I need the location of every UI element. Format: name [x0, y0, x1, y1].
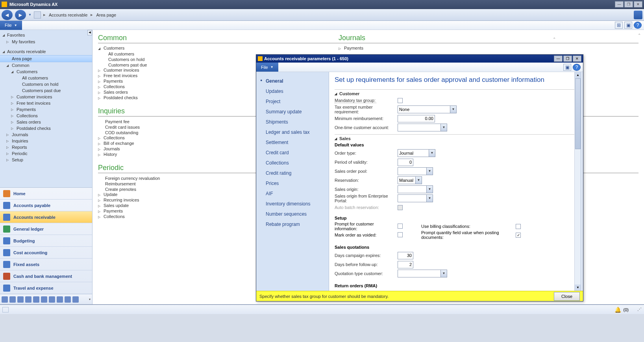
nav-rebate[interactable]: Rebate program	[256, 219, 329, 229]
inq-journals-link[interactable]: Journals	[104, 146, 120, 152]
customers-hold-item[interactable]: Customers on hold	[0, 81, 92, 87]
journals-item[interactable]: ▷Journals	[0, 131, 92, 138]
customers-pastdue-item[interactable]: Customers past due	[0, 87, 92, 94]
freetext-invoices-item[interactable]: ▷Free text invoices	[0, 100, 92, 106]
markvoid-checkbox[interactable]	[398, 232, 403, 237]
nav-shipments[interactable]: Shipments	[256, 117, 329, 127]
module-ar[interactable]: Accounts receivable	[0, 211, 92, 223]
salesorders-link[interactable]: Sales orders	[104, 89, 128, 95]
update-link[interactable]: Update	[104, 192, 117, 197]
followup-input[interactable]	[398, 261, 413, 268]
ordertype-select[interactable]: Journal▼	[398, 149, 435, 157]
small-module-icon[interactable]	[57, 296, 63, 303]
setup-item[interactable]: ▷Setup	[0, 157, 92, 163]
boe-link[interactable]: Bill of exchange	[104, 140, 134, 146]
module-home[interactable]: Home	[0, 188, 92, 200]
small-module-icon[interactable]	[9, 296, 16, 303]
quottype-select[interactable]: ▼	[398, 270, 447, 277]
small-module-icon[interactable]	[33, 296, 39, 303]
campexp-input[interactable]	[398, 252, 413, 259]
history-dropdown-icon[interactable]: ▼	[28, 13, 31, 17]
per-collections-link[interactable]: Collections	[104, 214, 125, 219]
prompt-cust-checkbox[interactable]	[398, 224, 403, 229]
salesupdate-link[interactable]: Sales update	[104, 203, 129, 208]
jrn-payments-link[interactable]: Payments	[344, 45, 363, 51]
postdated-checks-item[interactable]: ▷Postdated checks	[0, 125, 92, 131]
module-travel[interactable]: Travel and expense	[0, 282, 92, 294]
payments-link[interactable]: Payments	[104, 78, 123, 84]
module-cost[interactable]: Cost accounting	[0, 247, 92, 259]
scroll-up-icon[interactable]: ▲	[575, 72, 581, 78]
nav-aif[interactable]: AIF	[256, 189, 329, 199]
dialog-view-icon[interactable]: ▣	[563, 64, 571, 71]
customer-invoices-item[interactable]: ▷Customer invoices	[0, 94, 92, 100]
small-module-icon[interactable]	[72, 296, 79, 303]
small-module-icon[interactable]	[65, 296, 71, 303]
module-budgeting[interactable]: Budgeting	[0, 235, 92, 247]
nav-numseq[interactable]: Number sequences	[256, 209, 329, 219]
favorites-header[interactable]: ◢Favorites	[0, 31, 92, 39]
address-icon[interactable]	[34, 11, 41, 18]
windows-icon[interactable]: ⊞	[615, 22, 623, 29]
history-link[interactable]: History	[104, 152, 117, 157]
nav-settlement[interactable]: Settlement	[256, 137, 329, 148]
dialog-restore-button[interactable]: ❐	[563, 55, 572, 62]
nav-creditcard[interactable]: Credit card	[256, 148, 329, 158]
dialog-minimize-button[interactable]: —	[554, 55, 563, 62]
customers-item[interactable]: ◢Customers	[0, 68, 92, 75]
mandatory-tax-checkbox[interactable]	[398, 98, 403, 103]
expand-modules-icon[interactable]: ▾	[89, 298, 91, 301]
ax-icon[interactable]	[634, 11, 642, 19]
module-gl[interactable]: General ledger	[0, 223, 92, 235]
my-favorites-item[interactable]: ▷My favorites	[0, 39, 92, 45]
nav-project[interactable]: Project	[256, 96, 329, 107]
ar-header[interactable]: ◢Accounts receivable	[0, 48, 92, 55]
dialog-scrollbar[interactable]: ▲ ▼	[574, 72, 581, 291]
reservation-select[interactable]: Manual▼	[398, 176, 422, 184]
dialog-right-splitter[interactable]	[581, 72, 583, 291]
module-ap[interactable]: Accounts payable	[0, 200, 92, 211]
promptqty-checkbox[interactable]: ✓	[516, 233, 521, 238]
breadcrumb-item-area[interactable]: Area page	[96, 13, 116, 17]
nav-prices[interactable]: Prices	[256, 178, 329, 189]
onetime-select[interactable]: ▼	[398, 124, 447, 131]
inq-collections-link[interactable]: Collections	[104, 135, 125, 140]
small-module-icon[interactable]	[49, 296, 55, 303]
scroll-down-icon[interactable]: ▼	[575, 285, 581, 291]
sales-orders-item[interactable]: ▷Sales orders	[0, 119, 92, 125]
nav-updates[interactable]: Updates	[256, 86, 329, 96]
min-reimb-input[interactable]	[398, 115, 435, 122]
notification-bell-icon[interactable]: 🔔	[614, 307, 621, 313]
pool-select[interactable]: ▼	[398, 167, 433, 175]
collections-link[interactable]: Collections	[104, 84, 125, 89]
common-item[interactable]: ◢Common	[0, 62, 92, 68]
nav-general[interactable]: General	[256, 76, 329, 86]
originep-select[interactable]: ▼	[398, 194, 433, 202]
scroll-thumb[interactable]	[575, 78, 581, 149]
nav-collections[interactable]: Collections	[256, 158, 329, 168]
view-icon[interactable]: ▣	[624, 22, 632, 29]
payments-item[interactable]: ▷Payments	[0, 106, 92, 113]
periodic-item[interactable]: ▷Periodic	[0, 150, 92, 157]
small-module-icon[interactable]	[2, 296, 8, 303]
collapse-section-icon[interactable]: ⌃	[553, 37, 556, 41]
collapse-section-icon[interactable]: ⌃	[638, 33, 641, 37]
customer-section-header[interactable]: ◢Customer	[335, 89, 575, 96]
reports-item[interactable]: ▷Reports	[0, 144, 92, 150]
period-input[interactable]	[398, 159, 413, 166]
close-app-button[interactable]: ✕	[634, 1, 642, 7]
recurring-link[interactable]: Recurring invoices	[104, 197, 139, 203]
module-cash[interactable]: Cash and bank management	[0, 270, 92, 282]
nav-creditrating[interactable]: Credit rating	[256, 168, 329, 178]
collections-item[interactable]: ▷Collections	[0, 113, 92, 119]
usebilling-checkbox[interactable]	[516, 224, 521, 229]
sales-section-header[interactable]: ◢Sales	[335, 134, 575, 141]
module-fixed[interactable]: Fixed assets	[0, 259, 92, 270]
dialog-file-menu[interactable]: File ▼	[256, 63, 278, 72]
all-customers-item[interactable]: All customers	[0, 75, 92, 81]
nav-invdim[interactable]: Inventory dimensions	[256, 199, 329, 209]
per-payments-link[interactable]: Payments	[104, 208, 123, 214]
restore-button[interactable]: ❐	[624, 1, 633, 7]
close-button[interactable]: Close	[554, 292, 580, 301]
tax-exempt-select[interactable]: None▼	[398, 105, 457, 113]
